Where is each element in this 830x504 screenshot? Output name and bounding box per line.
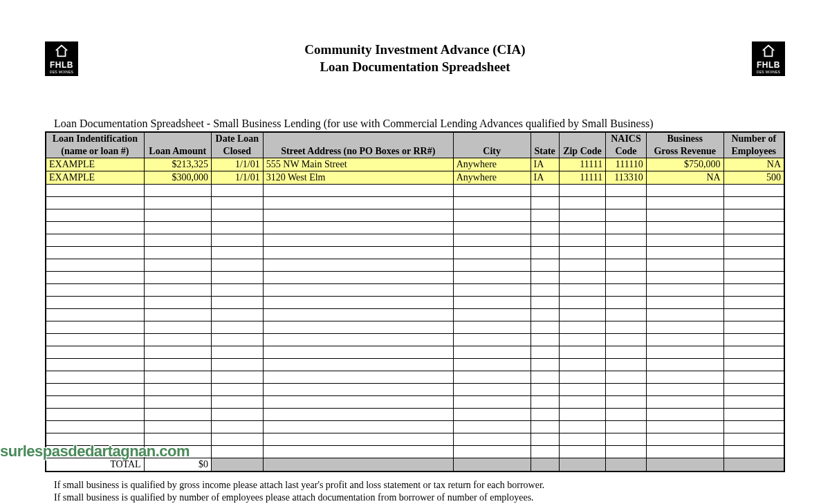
cell [531, 446, 559, 458]
cell [723, 197, 784, 209]
cell [531, 321, 559, 334]
cell [606, 321, 647, 334]
cell [144, 409, 211, 421]
cell: NA [723, 158, 784, 171]
cell [263, 247, 453, 259]
cell [606, 458, 647, 472]
house-icon [761, 44, 776, 59]
cell [723, 384, 784, 396]
cell [646, 359, 723, 371]
cell [144, 371, 211, 384]
cell [559, 409, 606, 421]
cell [606, 371, 647, 384]
fhlb-logo-right: FHLB DES MOINES [752, 41, 785, 76]
cell: 11111 [559, 158, 606, 171]
cell [646, 421, 723, 433]
cell [211, 384, 263, 396]
fhlb-logo-left: FHLB DES MOINES [45, 41, 78, 76]
cell [453, 185, 531, 197]
cell [723, 185, 784, 197]
cell [46, 409, 144, 421]
cell [646, 321, 723, 334]
cell [263, 433, 453, 446]
cell [144, 309, 211, 321]
cell [144, 259, 211, 272]
cell: 3120 West Elm [263, 171, 453, 185]
cell [606, 309, 647, 321]
cell [453, 458, 531, 472]
cell [606, 222, 647, 234]
cell [144, 334, 211, 346]
cell [211, 197, 263, 209]
cell [263, 346, 453, 359]
cell: 500 [723, 171, 784, 185]
cell [559, 259, 606, 272]
cell [453, 396, 531, 409]
cell [531, 222, 559, 234]
cell [531, 371, 559, 384]
cell [453, 297, 531, 309]
cell [531, 384, 559, 396]
cell [144, 421, 211, 433]
table-row [46, 222, 784, 234]
cell [559, 359, 606, 371]
cell [531, 409, 559, 421]
cell [723, 421, 784, 433]
cell [211, 409, 263, 421]
spreadsheet-subtitle: Loan Documentation Spreadsheet - Small B… [54, 118, 785, 130]
cell [453, 259, 531, 272]
col-amount: Loan Amount [144, 132, 211, 158]
cell [46, 346, 144, 359]
table-row [46, 197, 784, 209]
cell [531, 272, 559, 284]
cell [211, 272, 263, 284]
cell [646, 334, 723, 346]
col-loan-id: Loan Indentification(name or loan #) [46, 132, 144, 158]
cell [723, 209, 784, 222]
cell [646, 247, 723, 259]
cell [263, 334, 453, 346]
table-row [46, 297, 784, 309]
cell [453, 222, 531, 234]
cell [606, 384, 647, 396]
cell [453, 284, 531, 297]
cell [723, 259, 784, 272]
cell [453, 421, 531, 433]
cell [144, 359, 211, 371]
cell [559, 197, 606, 209]
cell [646, 284, 723, 297]
cell [211, 222, 263, 234]
cell [559, 458, 606, 472]
cell [531, 421, 559, 433]
cell [211, 284, 263, 297]
cell [559, 284, 606, 297]
cell [144, 284, 211, 297]
cell [723, 458, 784, 472]
cell [263, 297, 453, 309]
table-row [46, 421, 784, 433]
col-state: State [531, 132, 559, 158]
cell [144, 346, 211, 359]
cell [144, 247, 211, 259]
cell [606, 284, 647, 297]
cell [531, 433, 559, 446]
cell [46, 234, 144, 247]
cell [144, 234, 211, 247]
cell [723, 433, 784, 446]
col-date: Date LoanClosed [211, 132, 263, 158]
cell [723, 272, 784, 284]
cell [559, 247, 606, 259]
loan-spreadsheet: Loan Indentification(name or loan #) Loa… [45, 131, 785, 472]
page-title-2: Loan Documentation Spreadsheet [78, 59, 752, 76]
table-row [46, 371, 784, 384]
cell [606, 359, 647, 371]
cell [263, 197, 453, 209]
cell [723, 222, 784, 234]
cell [531, 197, 559, 209]
cell [263, 185, 453, 197]
cell [531, 396, 559, 409]
cell [646, 409, 723, 421]
cell [531, 346, 559, 359]
cell [211, 247, 263, 259]
table-row [46, 346, 784, 359]
